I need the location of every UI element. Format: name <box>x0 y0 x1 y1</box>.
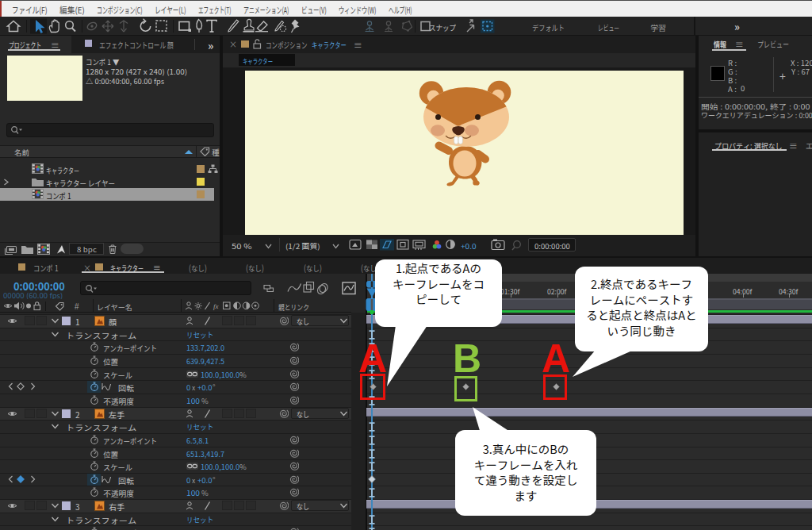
svg-text:#: # <box>75 302 79 311</box>
svg-text:fx: fx <box>213 302 219 310</box>
